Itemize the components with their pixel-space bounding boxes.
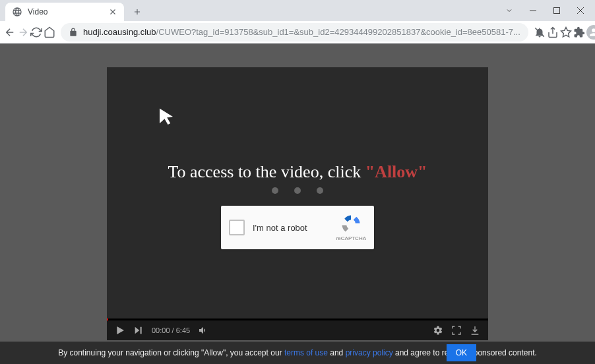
back-button[interactable] — [4, 22, 16, 42]
video-body: To access to the video, click "Allow" I'… — [107, 67, 488, 318]
new-tab-button[interactable] — [128, 3, 146, 21]
video-progress-bar[interactable] — [107, 318, 488, 320]
access-message: To access to the video, click "Allow" — [168, 162, 427, 182]
share-icon[interactable] — [547, 22, 559, 42]
terms-link[interactable]: terms of use — [284, 348, 328, 357]
minimize-button[interactable] — [521, 1, 545, 20]
next-icon[interactable] — [133, 325, 144, 336]
cursor-arrow-icon — [156, 107, 176, 127]
tab-strip: Video — [0, 0, 146, 21]
browser-toolbar: hudji.coausing.club /CUWEO?tag_id=913758… — [0, 21, 595, 44]
fullscreen-icon[interactable] — [451, 325, 462, 336]
extensions-icon[interactable] — [573, 22, 585, 42]
recaptcha-icon — [341, 214, 361, 234]
address-bar[interactable]: hudji.coausing.club /CUWEO?tag_id=913758… — [61, 23, 528, 42]
access-prefix: To access to the video, click — [168, 162, 365, 181]
ok-button[interactable]: OK — [447, 344, 476, 361]
svg-rect-0 — [554, 8, 560, 14]
reload-button[interactable] — [30, 22, 42, 42]
recaptcha-checkbox[interactable] — [229, 220, 245, 235]
play-icon[interactable] — [115, 325, 125, 336]
video-player: To access to the video, click "Allow" I'… — [107, 67, 488, 340]
page-content: To access to the video, click "Allow" I'… — [0, 44, 595, 364]
bookmark-icon[interactable] — [560, 22, 572, 42]
spinner-dot — [294, 187, 301, 194]
video-controls: 00:00 / 6:45 — [107, 320, 488, 340]
window-titlebar: Video — [0, 0, 595, 21]
progress-played — [107, 318, 108, 320]
recaptcha-logo: reCAPTCHA — [336, 214, 366, 241]
recaptcha-widget: I'm not a robot reCAPTCHA — [221, 206, 374, 249]
spinner-dot — [317, 187, 323, 194]
settings-icon[interactable] — [433, 325, 443, 336]
time-display: 00:00 / 6:45 — [152, 326, 190, 334]
privacy-link[interactable]: privacy policy — [346, 348, 393, 357]
allow-word: "Allow" — [365, 162, 427, 181]
cookie-banner: By continuing your navigation or clickin… — [0, 342, 595, 364]
recaptcha-brand: reCAPTCHA — [336, 235, 366, 241]
loading-spinner — [272, 187, 323, 194]
download-icon[interactable] — [470, 325, 480, 336]
browser-tab[interactable]: Video — [5, 3, 124, 21]
tab-search-button[interactable] — [497, 7, 521, 15]
url-host: hudji.coausing.club — [83, 27, 156, 37]
home-button[interactable] — [44, 22, 55, 42]
globe-icon — [12, 7, 22, 17]
notifications-blocked-icon[interactable] — [534, 22, 546, 42]
forward-button[interactable] — [17, 22, 29, 42]
window-controls — [497, 0, 595, 21]
recaptcha-label: I'm not a robot — [253, 223, 336, 233]
profile-button[interactable] — [586, 22, 595, 42]
url-path: /CUWEO?tag_id=913758&sub_id1=&sub_id2=42… — [156, 27, 520, 37]
maximize-button[interactable] — [545, 1, 569, 20]
close-window-button[interactable] — [569, 1, 592, 20]
volume-icon[interactable] — [198, 325, 208, 336]
lock-icon — [69, 28, 78, 37]
spinner-dot — [272, 187, 278, 194]
close-icon[interactable] — [108, 7, 117, 16]
tab-title: Video — [28, 7, 108, 16]
